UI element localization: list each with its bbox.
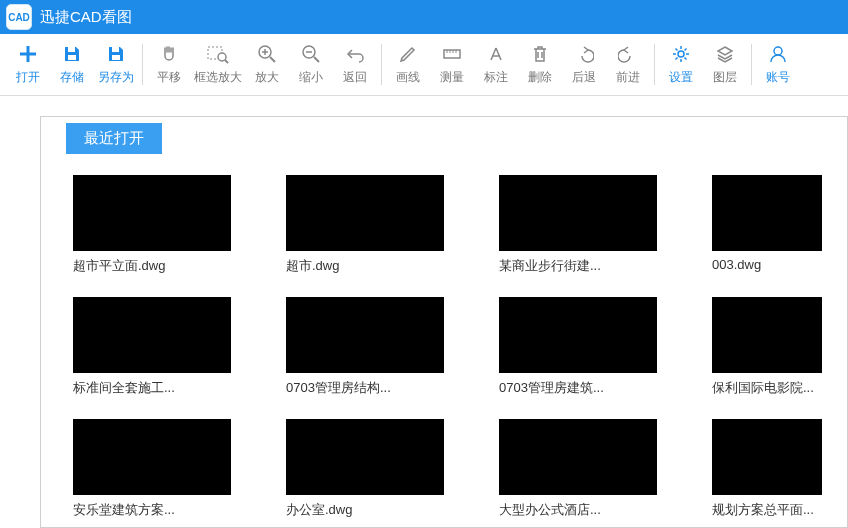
trash-icon <box>529 43 551 65</box>
file-name: 003.dwg <box>712 257 822 272</box>
plus-icon <box>17 43 39 65</box>
file-name: 办公室.dwg <box>286 501 444 519</box>
file-item[interactable]: 大型办公式酒店... <box>499 419 694 519</box>
file-thumbnail[interactable] <box>286 175 444 251</box>
file-thumbnail[interactable] <box>499 297 657 373</box>
file-item[interactable]: 超市.dwg <box>286 175 481 275</box>
file-name: 保利国际电影院... <box>712 379 822 397</box>
svg-rect-1 <box>68 55 76 60</box>
layers-button[interactable]: 图层 <box>703 34 747 95</box>
app-title: 迅捷CAD看图 <box>40 8 132 27</box>
layers-icon <box>714 43 736 65</box>
open-button[interactable]: 打开 <box>6 34 50 95</box>
svg-line-8 <box>270 57 275 62</box>
file-item[interactable]: 标准间全套施工... <box>73 297 268 397</box>
file-thumbnail[interactable] <box>286 419 444 495</box>
file-name: 0703管理房建筑... <box>499 379 657 397</box>
settings-button[interactable]: 设置 <box>659 34 703 95</box>
file-name: 超市.dwg <box>286 257 444 275</box>
file-name: 超市平立面.dwg <box>73 257 231 275</box>
save-button[interactable]: 存储 <box>50 34 94 95</box>
zoomout-button[interactable]: 缩小 <box>289 34 333 95</box>
file-name: 标准间全套施工... <box>73 379 231 397</box>
content-area: 最近打开 超市平立面.dwg超市.dwg某商业步行街建...003.dwg标准间… <box>0 96 848 528</box>
file-name: 大型办公式酒店... <box>499 501 657 519</box>
recent-grid: 超市平立面.dwg超市.dwg某商业步行街建...003.dwg标准间全套施工.… <box>73 175 847 527</box>
svg-rect-11 <box>444 50 460 58</box>
zoomin-button[interactable]: 放大 <box>245 34 289 95</box>
svg-point-13 <box>774 47 782 55</box>
file-thumbnail[interactable] <box>712 297 822 373</box>
box-zoom-icon <box>207 43 229 65</box>
save-icon <box>61 43 83 65</box>
file-thumbnail[interactable] <box>73 175 231 251</box>
svg-line-10 <box>314 57 319 62</box>
file-thumbnail[interactable] <box>73 419 231 495</box>
user-icon <box>767 43 789 65</box>
file-item[interactable]: 超市平立面.dwg <box>73 175 268 275</box>
file-item[interactable]: 规划方案总平面... <box>712 419 822 519</box>
zoomout-icon <box>300 43 322 65</box>
svg-line-6 <box>225 60 228 63</box>
zoomin-icon <box>256 43 278 65</box>
svg-point-5 <box>218 53 226 61</box>
pencil-icon <box>397 43 419 65</box>
text-icon <box>485 43 507 65</box>
saveas-icon <box>105 43 127 65</box>
file-item[interactable]: 0703管理房结构... <box>286 297 481 397</box>
file-item[interactable]: 办公室.dwg <box>286 419 481 519</box>
ruler-icon <box>441 43 463 65</box>
recent-panel: 最近打开 超市平立面.dwg超市.dwg某商业步行街建...003.dwg标准间… <box>40 116 848 528</box>
account-button[interactable]: 账号 <box>756 34 800 95</box>
file-item[interactable]: 保利国际电影院... <box>712 297 822 397</box>
drawline-button[interactable]: 画线 <box>386 34 430 95</box>
file-name: 规划方案总平面... <box>712 501 822 519</box>
redo-button[interactable]: 前进 <box>606 34 650 95</box>
svg-rect-0 <box>68 47 75 52</box>
hand-icon <box>158 43 180 65</box>
pan-button[interactable]: 平移 <box>147 34 191 95</box>
file-thumbnail[interactable] <box>499 419 657 495</box>
file-item[interactable]: 安乐堂建筑方案... <box>73 419 268 519</box>
file-thumbnail[interactable] <box>73 297 231 373</box>
app-logo-icon: CAD <box>6 4 32 30</box>
undo-icon <box>573 43 595 65</box>
file-thumbnail[interactable] <box>712 419 822 495</box>
undo-arrow-icon <box>344 43 366 65</box>
file-thumbnail[interactable] <box>499 175 657 251</box>
file-name: 安乐堂建筑方案... <box>73 501 231 519</box>
annotate-button[interactable]: 标注 <box>474 34 518 95</box>
measure-button[interactable]: 测量 <box>430 34 474 95</box>
file-thumbnail[interactable] <box>712 175 822 251</box>
gear-icon <box>670 43 692 65</box>
saveas-button[interactable]: 另存为 <box>94 34 138 95</box>
back-button[interactable]: 返回 <box>333 34 377 95</box>
undo-button[interactable]: 后退 <box>562 34 606 95</box>
titlebar: CAD 迅捷CAD看图 <box>0 0 848 34</box>
file-item[interactable]: 003.dwg <box>712 175 822 275</box>
file-name: 0703管理房结构... <box>286 379 444 397</box>
redo-icon <box>617 43 639 65</box>
toolbar: 打开 存储 另存为 平移 框选放大 <box>0 34 848 96</box>
svg-rect-2 <box>112 47 119 52</box>
svg-point-12 <box>678 51 684 57</box>
file-item[interactable]: 0703管理房建筑... <box>499 297 694 397</box>
file-name: 某商业步行街建... <box>499 257 657 275</box>
svg-rect-3 <box>112 55 120 60</box>
box-zoom-button[interactable]: 框选放大 <box>191 34 245 95</box>
recent-tab[interactable]: 最近打开 <box>66 123 162 154</box>
file-thumbnail[interactable] <box>286 297 444 373</box>
delete-button[interactable]: 删除 <box>518 34 562 95</box>
file-item[interactable]: 某商业步行街建... <box>499 175 694 275</box>
